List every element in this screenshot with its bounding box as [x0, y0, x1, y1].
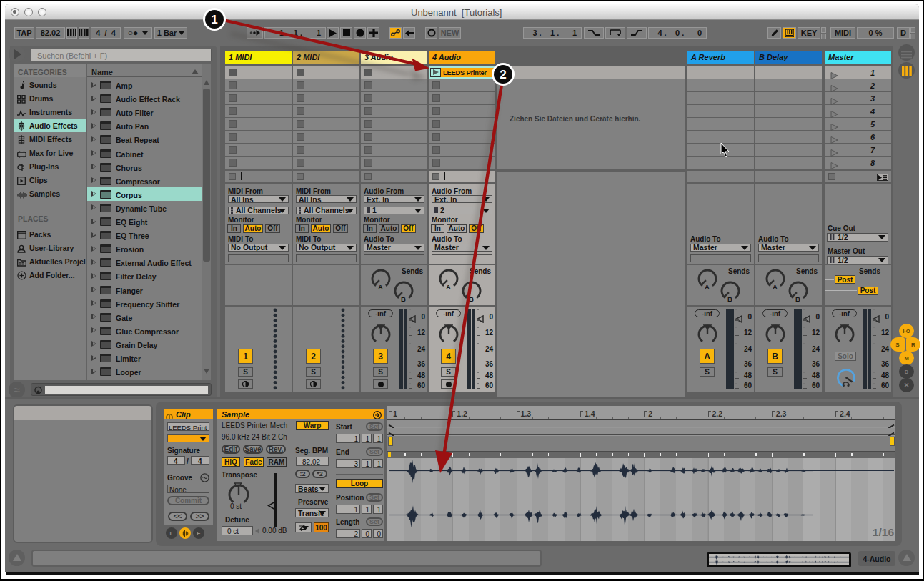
svg-text:2: 2: [500, 68, 506, 81]
svg-text:1: 1: [211, 13, 217, 26]
